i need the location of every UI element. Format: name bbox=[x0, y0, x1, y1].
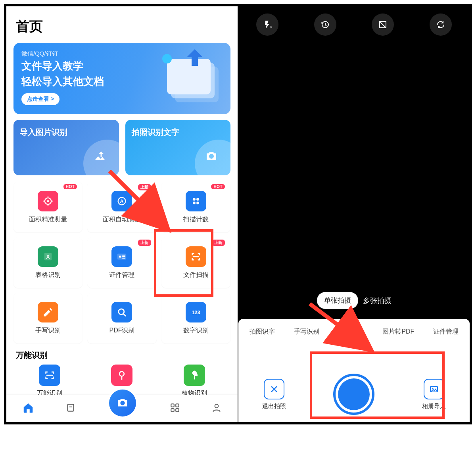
camera-toolbar: A bbox=[238, 13, 470, 36]
exit-label: 退出拍照 bbox=[262, 403, 286, 410]
shoot-mode-pill: 单张拍摄 多张拍摄 bbox=[317, 292, 392, 309]
banner-cta-button[interactable]: 点击查看 > bbox=[21, 93, 60, 105]
flash-toggle[interactable]: A bbox=[256, 13, 278, 36]
svg-point-5 bbox=[47, 200, 49, 202]
tile-area-auto[interactable]: 上新 A 面积自动测量 bbox=[87, 182, 156, 232]
grid-off-icon bbox=[378, 20, 388, 29]
hot-tag: HOT bbox=[63, 184, 77, 189]
tile-file-scan[interactable]: 上新 文件扫描 bbox=[161, 237, 230, 288]
feature-grid: HOT 面积精准测量 上新 A 面积自动测量 HOT 扫描计数 bbox=[13, 182, 230, 344]
mode-pdf[interactable]: 图片转PDF bbox=[382, 328, 414, 336]
new-tag: 上新 bbox=[138, 184, 151, 190]
tile-label: 文件扫描 bbox=[183, 271, 209, 279]
mode-ocr[interactable]: 拍图识字 bbox=[250, 328, 275, 336]
tile-number-ocr[interactable]: 123 数字识别 bbox=[161, 293, 230, 344]
section-universal-title: 万能识别 bbox=[16, 350, 228, 361]
import-image-recognize-card[interactable]: 导入图片识别 bbox=[13, 120, 119, 175]
tile-label: 手写识别 bbox=[35, 326, 61, 335]
tab-camera[interactable] bbox=[107, 388, 138, 418]
tile-area-precise[interactable]: HOT 面积精准测量 bbox=[13, 182, 83, 232]
multi-shot-option[interactable]: 多张拍摄 bbox=[363, 296, 392, 305]
import-tutorial-banner[interactable]: 微信/QQ/钉钉 文件导入教学 轻松导入其他文档 点击查看 > bbox=[13, 43, 230, 114]
tile-label: 数字识别 bbox=[183, 326, 209, 335]
home-icon bbox=[22, 402, 34, 414]
grid-dots-icon bbox=[190, 196, 202, 207]
tile-handwriting[interactable]: 手写识别 bbox=[13, 293, 83, 344]
camera-screen: A 单张拍摄 多张拍摄 拍图识字 手写识别 文件扫描 图片转PDF 证件 bbox=[238, 6, 470, 422]
home-screen: 首页 微信/QQ/钉钉 文件导入教学 轻松导入其他文档 点击查看 > 导入图片识… bbox=[6, 6, 238, 422]
svg-point-31 bbox=[432, 388, 434, 389]
image-icon bbox=[429, 384, 439, 394]
camera-ocr-icon bbox=[204, 149, 219, 163]
digits-icon: 123 bbox=[189, 307, 203, 317]
flower-icon bbox=[116, 370, 127, 381]
svg-rect-23 bbox=[171, 409, 174, 412]
tab-home[interactable] bbox=[22, 402, 34, 415]
mode-handwriting[interactable]: 手写识别 bbox=[294, 328, 319, 336]
tab-files[interactable] bbox=[65, 403, 76, 415]
new-tag: 上新 bbox=[138, 240, 151, 246]
leaf-icon bbox=[189, 370, 200, 381]
mode-file-scan[interactable]: 文件扫描 bbox=[338, 328, 363, 336]
user-icon bbox=[211, 403, 222, 413]
card-label: 导入图片识别 bbox=[20, 127, 113, 138]
svg-point-19 bbox=[120, 372, 125, 376]
tile-id-manage[interactable]: 上新 证件管理 bbox=[87, 237, 156, 288]
svg-point-3 bbox=[162, 54, 172, 63]
target-icon bbox=[42, 196, 54, 207]
close-icon bbox=[269, 384, 279, 394]
new-tag: 上新 bbox=[212, 240, 225, 246]
grid-icon bbox=[170, 403, 180, 413]
tab-profile[interactable] bbox=[211, 403, 222, 415]
svg-rect-22 bbox=[176, 404, 179, 407]
tile-label: 证件管理 bbox=[109, 271, 134, 279]
switch-camera[interactable] bbox=[430, 13, 452, 36]
tile-table-ocr[interactable]: X 表格识别 bbox=[13, 237, 83, 288]
grid-toggle[interactable] bbox=[372, 13, 394, 36]
id-card-icon bbox=[116, 251, 128, 263]
card-label: 拍照识别文字 bbox=[132, 127, 225, 138]
flash-icon: A bbox=[263, 20, 272, 29]
files-icon bbox=[65, 403, 76, 413]
timer-toggle[interactable] bbox=[314, 13, 336, 36]
svg-point-11 bbox=[196, 202, 199, 204]
tile-label: PDF识别 bbox=[109, 326, 134, 335]
mode-id[interactable]: 证件管理 bbox=[433, 328, 459, 336]
tile-pdf-ocr[interactable]: PDF识别 bbox=[87, 293, 156, 344]
search-doc-icon bbox=[116, 307, 127, 318]
document-stack-icon bbox=[147, 47, 226, 110]
camera-icon bbox=[116, 396, 129, 410]
photo-ocr-card[interactable]: 拍照识别文字 bbox=[125, 120, 231, 175]
svg-rect-21 bbox=[171, 404, 174, 407]
svg-text:X: X bbox=[46, 253, 50, 259]
history-icon bbox=[321, 20, 330, 29]
svg-text:123: 123 bbox=[192, 309, 200, 315]
single-shot-option[interactable]: 单张拍摄 bbox=[317, 292, 358, 309]
scan-brackets-icon bbox=[190, 251, 202, 262]
svg-rect-24 bbox=[176, 409, 179, 412]
gallery-import-button[interactable]: 相册导入 bbox=[422, 379, 446, 410]
svg-rect-20 bbox=[67, 404, 73, 411]
tile-scan-count[interactable]: HOT 扫描计数 bbox=[161, 182, 230, 232]
tile-label: 面积自动测量 bbox=[103, 215, 141, 224]
exit-camera-button[interactable]: 退出拍照 bbox=[262, 379, 286, 410]
pencil-icon bbox=[42, 307, 54, 318]
svg-point-15 bbox=[119, 255, 121, 258]
tile-label: 表格识别 bbox=[35, 271, 61, 279]
mode-strip[interactable]: 拍图识字 手写识别 文件扫描 图片转PDF 证件管理 bbox=[238, 319, 470, 336]
svg-point-9 bbox=[196, 198, 199, 200]
svg-point-25 bbox=[215, 404, 219, 408]
dual-screenshot-frame: 首页 微信/QQ/钉钉 文件导入教学 轻松导入其他文档 点击查看 > 导入图片识… bbox=[4, 4, 472, 424]
mini-universal[interactable]: 万能识别 bbox=[13, 365, 86, 397]
camera-bottom-sheet: 拍图识字 手写识别 文件扫描 图片转PDF 证件管理 退出拍照 bbox=[238, 319, 470, 422]
shutter-inner bbox=[338, 378, 370, 410]
shutter-button[interactable] bbox=[333, 374, 374, 415]
tab-tools[interactable] bbox=[170, 403, 180, 415]
svg-point-10 bbox=[193, 202, 196, 204]
gallery-label: 相册导入 bbox=[422, 403, 446, 410]
svg-text:A: A bbox=[270, 25, 272, 29]
mini-plant[interactable]: 植物识别 bbox=[158, 365, 230, 397]
page-title: 首页 bbox=[6, 6, 238, 40]
bottom-nav bbox=[6, 395, 238, 422]
svg-rect-2 bbox=[167, 59, 211, 94]
